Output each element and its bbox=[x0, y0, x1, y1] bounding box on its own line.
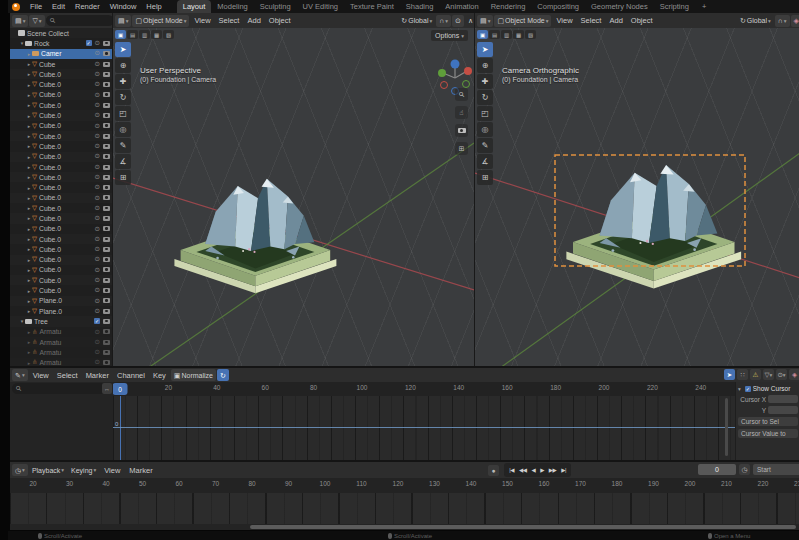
cursor-value-button[interactable]: Cursor Value to bbox=[738, 429, 798, 438]
outliner-row[interactable]: ▸▽Plane.0⊙ bbox=[10, 306, 112, 316]
scale-tool[interactable]: ◰ bbox=[477, 106, 493, 121]
outliner-row[interactable]: ▸▽Cube.0⊙ bbox=[10, 121, 112, 131]
outliner-row[interactable]: ▸▽Cube.0⊙ bbox=[10, 141, 112, 151]
move-tool[interactable]: ✚ bbox=[477, 74, 493, 89]
workspace-tab[interactable]: Shading bbox=[400, 0, 440, 13]
outliner-row[interactable]: ▸▽Cube.0⊙ bbox=[10, 203, 112, 213]
dope-menu[interactable]: Key bbox=[149, 371, 170, 380]
camera-visibility-icon[interactable] bbox=[103, 103, 110, 108]
mode-toggle-icon[interactable]: ▤ bbox=[489, 30, 500, 39]
camera-visibility-icon[interactable] bbox=[103, 113, 110, 118]
transport-button[interactable]: |◀ bbox=[507, 467, 516, 473]
camera-visibility-icon[interactable] bbox=[103, 206, 110, 211]
filter-funnel-icon[interactable]: ▽▾ bbox=[763, 369, 774, 380]
transport-button[interactable]: ▶ bbox=[538, 467, 546, 473]
outliner-row[interactable]: ▸▽Cube.0⊙ bbox=[10, 224, 112, 234]
camera-visibility-icon[interactable] bbox=[103, 165, 110, 170]
mode-toggle-icon[interactable]: ▤ bbox=[127, 30, 138, 39]
eye-icon[interactable]: ⊙ bbox=[95, 61, 100, 68]
viewport2-menu[interactable]: View bbox=[552, 16, 576, 25]
outliner-row[interactable]: ▾Rock✓⊙ bbox=[10, 38, 112, 48]
mode-toggle-icon[interactable]: ▥ bbox=[139, 30, 150, 39]
proportional-icon[interactable]: ⊙▾ bbox=[776, 369, 787, 380]
outliner-row[interactable]: ▸▽Cube.0⊙ bbox=[10, 90, 112, 100]
workspace-tab[interactable]: Texture Paint bbox=[344, 0, 400, 13]
camera-visibility-icon[interactable] bbox=[103, 72, 110, 77]
frame-start-field[interactable]: Start1 bbox=[753, 464, 799, 475]
eye-icon[interactable]: ⊙ bbox=[95, 50, 100, 57]
camera-visibility-icon[interactable] bbox=[103, 82, 110, 87]
outliner-search-input[interactable]: ⚲ bbox=[46, 15, 114, 26]
outliner-row[interactable]: ▸▽Cube.0⊙ bbox=[10, 182, 112, 192]
checkbox[interactable]: ✓ bbox=[86, 40, 92, 46]
camera-visibility-icon[interactable] bbox=[103, 216, 110, 221]
viewport-camera-orthographic[interactable]: ▣ ▤ ▥ ▦ ▧ ➤⊕✚↻◰◎✎∡⊞ Camera Orthographic … bbox=[474, 28, 799, 368]
channel-resize-button[interactable]: ↔ bbox=[102, 383, 112, 394]
outliner-row[interactable]: ▸▽Cube.0⊙ bbox=[10, 244, 112, 254]
timeline-scrollbar[interactable] bbox=[10, 524, 799, 530]
viewport2-mode-button[interactable]: ▢Object Mode▾ bbox=[494, 15, 551, 27]
workspace-tab[interactable]: Compositing bbox=[531, 0, 585, 13]
annotate-tool[interactable]: ✎ bbox=[115, 138, 131, 153]
outliner-row[interactable]: ▸▽Cube.0⊙ bbox=[10, 265, 112, 275]
keying-menu[interactable]: Keying▾ bbox=[68, 464, 99, 476]
viewport1-menu[interactable]: Add bbox=[243, 16, 264, 25]
topbar-menu[interactable]: Help bbox=[141, 0, 166, 13]
viewport2-gizmo-button[interactable]: ◈ bbox=[791, 15, 799, 27]
rotate-tool[interactable]: ↻ bbox=[477, 90, 493, 105]
outliner-row[interactable]: ▸▽Cube.0⊙ bbox=[10, 131, 112, 141]
camera-visibility-icon[interactable] bbox=[103, 92, 110, 97]
workspace-tab[interactable]: Geometry Nodes bbox=[585, 0, 654, 13]
outliner-row[interactable]: ▸⋔Armatu⊙ bbox=[10, 347, 112, 357]
timeline-view-menu[interactable]: View bbox=[100, 466, 124, 475]
auto-key-record-button[interactable]: ● bbox=[488, 465, 499, 476]
eye-icon[interactable]: ⊙ bbox=[95, 133, 100, 140]
viewport1-snap-button[interactable]: ∩▾ bbox=[436, 15, 451, 27]
dope-keyframe-area[interactable]: 0 bbox=[113, 396, 735, 460]
timeline-ruler[interactable]: 2030405060708090100110120130140150160170… bbox=[10, 478, 799, 493]
mode-toggle-icon[interactable]: ▥ bbox=[501, 30, 512, 39]
add-cube-tool[interactable]: ⊞ bbox=[477, 170, 493, 185]
mode-toggle-icon[interactable]: ▣ bbox=[477, 30, 488, 39]
eye-icon[interactable]: ⊙ bbox=[95, 40, 100, 47]
camera-visibility-icon[interactable] bbox=[103, 144, 110, 149]
timeline-editor-type-button[interactable]: ◷▾ bbox=[12, 464, 28, 476]
workspace-tab[interactable]: Modeling bbox=[211, 0, 253, 13]
camera-visibility-icon[interactable] bbox=[103, 319, 110, 324]
outliner-row[interactable]: ▸▽Cube.0⊙ bbox=[10, 193, 112, 203]
rotate-tool[interactable]: ↻ bbox=[115, 90, 131, 105]
viewport1-menu[interactable]: View bbox=[190, 16, 214, 25]
viewport2-menu[interactable]: Select bbox=[577, 16, 606, 25]
warning-icon[interactable]: ⚠ bbox=[750, 369, 761, 380]
mode-toggle-icon[interactable]: ▧ bbox=[163, 30, 174, 39]
outliner-row[interactable]: ▸▽Cube.0⊙ bbox=[10, 79, 112, 89]
measure-tool[interactable]: ∡ bbox=[477, 154, 493, 169]
outliner-display-mode-button[interactable]: ▤▾ bbox=[12, 15, 28, 27]
outliner-row[interactable]: ▾Tree✓ bbox=[10, 316, 112, 326]
scale-tool[interactable]: ◰ bbox=[115, 106, 131, 121]
camera-visibility-icon[interactable] bbox=[103, 340, 110, 345]
eye-icon[interactable]: ⊙ bbox=[95, 267, 100, 274]
annotate-tool[interactable]: ✎ bbox=[477, 138, 493, 153]
eye-icon[interactable]: ⊙ bbox=[95, 205, 100, 212]
island-model[interactable] bbox=[174, 179, 336, 293]
eye-icon[interactable]: ⊙ bbox=[95, 153, 100, 160]
outliner-row[interactable]: ▸▽Cube.0⊙ bbox=[10, 69, 112, 79]
cursor-to-selection-button[interactable]: Cursor to Sel bbox=[738, 417, 798, 426]
camera-visibility-icon[interactable] bbox=[103, 309, 110, 314]
dope-menu[interactable]: View bbox=[29, 371, 53, 380]
eye-icon[interactable]: ⊙ bbox=[95, 195, 100, 202]
eye-icon[interactable]: ⊙ bbox=[95, 226, 100, 233]
eye-icon[interactable]: ⊙ bbox=[95, 339, 100, 346]
viewport1-menu[interactable]: Select bbox=[215, 16, 244, 25]
viewport-user-perspective[interactable]: ▣ ▤ ▥ ▦ ▧ Options▾ ➤⊕✚↻◰◎✎∡⊞ User Perspe… bbox=[112, 28, 474, 368]
viewport1-editor-type-button[interactable]: ▤▾ bbox=[115, 15, 131, 27]
dope-editor-type-button[interactable]: ✎▾ bbox=[12, 369, 28, 381]
camera-visibility-icon[interactable] bbox=[103, 175, 110, 180]
timeline-scrollbar-thumb[interactable] bbox=[250, 525, 796, 529]
transport-button[interactable]: ▶▶ bbox=[547, 467, 558, 473]
outliner-row[interactable]: ▸▽Cube.0⊙ bbox=[10, 255, 112, 265]
eye-icon[interactable]: ⊙ bbox=[95, 71, 100, 78]
topbar-menu[interactable]: Edit bbox=[47, 0, 70, 13]
eye-icon[interactable]: ⊙ bbox=[95, 174, 100, 181]
